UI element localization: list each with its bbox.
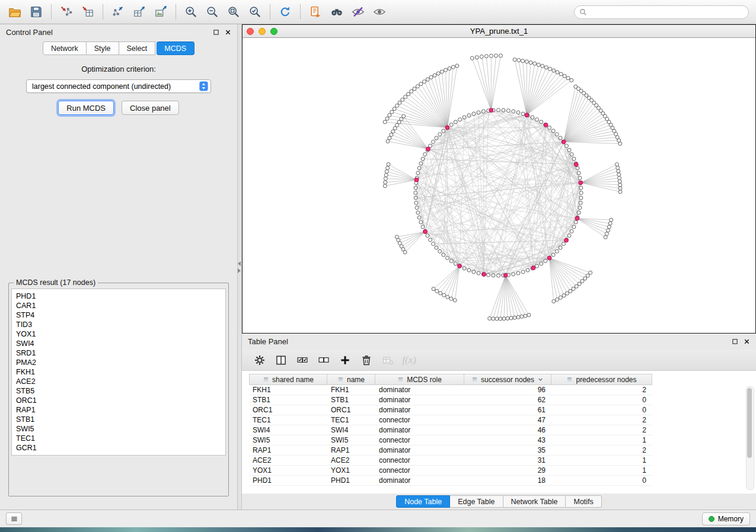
mcds-node: PHD1 [445,126,449,130]
mcds-result-item[interactable]: TEC1 [16,434,221,443]
mcds-result-item[interactable]: SWI4 [16,339,221,348]
memory-status-icon [709,516,714,522]
mcds-result-item[interactable]: GCR1 [16,443,221,453]
tab-mcds[interactable]: MCDS [157,41,194,55]
menu-button[interactable] [6,512,22,525]
mcds-result-item[interactable]: STP4 [16,310,221,320]
share-document-button[interactable] [305,2,326,21]
mcds-result-item[interactable]: SRD1 [16,348,221,358]
mcds-result-item[interactable]: TID3 [16,320,221,329]
table-row[interactable]: PHD1PHD1dominator180 [249,476,652,486]
cell-predecessor-nodes: 1 [551,466,652,475]
window-maximize-button[interactable] [270,28,277,35]
table-row[interactable]: FKH1FKH1dominator962 [249,385,652,395]
tab-edge-table[interactable]: Edge Table [450,495,503,508]
deselect-button[interactable] [315,352,332,368]
close-table-panel-button[interactable] [744,338,750,345]
zoom-fit-button[interactable] [224,2,244,21]
zoom-fit-icon [227,5,240,18]
binoculars-button[interactable] [327,2,347,21]
tab-motifs[interactable]: Motifs [566,495,601,508]
float-panel-button[interactable] [213,29,219,36]
column-header-shared-name[interactable]: shared name [249,374,327,385]
search-input[interactable] [590,7,744,17]
panel-splitter[interactable] [237,24,242,509]
mcds-tab-content: Optimization criterion: largest connecte… [0,55,237,509]
mcds-result-item[interactable]: SWI5 [16,424,221,434]
mcds-result-box: MCDS result (17 nodes) PHD1CAR1STP4TID3Y… [8,278,229,496]
tab-network[interactable]: Network [43,41,87,55]
table-row[interactable]: SWI4SWI4dominator462 [249,425,652,435]
tab-network-table[interactable]: Network Table [503,495,566,508]
table-row[interactable]: YOX1YOX1connector291 [249,466,652,476]
tab-style[interactable]: Style [87,41,119,55]
import-table-button[interactable] [78,2,98,21]
open-folder-icon [8,5,21,18]
table-scrollbar[interactable] [746,386,754,490]
sort-icon [566,376,573,383]
table-row[interactable]: RAP1RAP1dominator352 [249,446,652,456]
mcds-result-item[interactable]: STB1 [16,415,221,424]
export-network-button[interactable] [108,2,128,21]
tab-select[interactable]: Select [119,41,156,55]
column-label: name [347,376,365,384]
tab-node-table[interactable]: Node Table [396,495,450,508]
menu-icon [10,515,18,523]
table-row[interactable]: SWI5SWI5connector431 [249,435,652,446]
eye-button[interactable] [369,2,390,21]
close-panel-button[interactable] [225,29,231,36]
run-mcds-button[interactable]: Run MCDS [58,101,114,115]
mcds-result-item[interactable]: RAP1 [16,405,221,415]
mcds-result-item[interactable]: ACE2 [16,377,221,386]
table-scrollbar-thumb[interactable] [747,388,752,458]
import-network-button[interactable] [56,2,76,21]
table-row[interactable]: TEC1TEC1connector472 [249,415,652,425]
binoculars-icon [330,5,343,18]
mcds-result-item[interactable]: YOX1 [16,329,221,339]
window-close-button[interactable] [247,28,254,35]
save-button[interactable] [26,2,46,21]
mcds-result-list[interactable]: PHD1CAR1STP4TID3YOX1SWI4SRD1PMA2FKH1ACE2… [11,289,226,456]
add-button[interactable] [337,352,353,368]
zoom-out-button[interactable] [202,2,222,21]
network-canvas[interactable]: PHD1CAR1STP4TID3YOX1SWI4SRD1PMA2FKH1ACE2… [243,38,755,333]
column-header-name[interactable]: name [327,374,375,385]
mcds-result-item[interactable]: CAR1 [16,301,221,310]
mcds-result-item[interactable]: PHD1 [16,291,221,301]
trash-button[interactable] [358,352,375,368]
export-image-button[interactable] [151,2,171,21]
close-icon [744,338,750,345]
window-minimize-button[interactable] [259,28,266,35]
close-panel-action-button[interactable]: Close panel [122,101,179,115]
optimization-select[interactable]: largest connected component (undirected) [26,79,211,93]
float-table-panel-button[interactable] [732,338,738,345]
open-folder-button[interactable] [5,2,25,21]
columns-button[interactable] [273,352,289,368]
table-row[interactable]: ACE2ACE2connector311 [249,456,652,466]
select-all-button[interactable] [294,352,311,368]
cell-predecessor-nodes: 1 [551,436,652,444]
mcds-result-item[interactable]: PMA2 [16,358,221,367]
zoom-in-button[interactable] [181,2,201,21]
table-row[interactable]: STB1STB1dominator620 [249,395,652,405]
table-row[interactable]: ORC1ORC1dominator610 [249,405,652,415]
cell-predecessor-nodes: 2 [551,426,652,434]
mcds-result-item[interactable]: STB5 [16,386,221,396]
cell-successor-nodes: 35 [464,446,551,454]
mcds-result-item[interactable]: FKH1 [16,367,221,377]
zoom-selected-button[interactable] [245,2,265,21]
desktop-wallpaper-strip [0,527,756,532]
column-header-mcds-role[interactable]: MCDS role [375,374,464,385]
hide-details-button[interactable] [348,2,368,21]
export-table-button[interactable] [129,2,149,21]
column-header-predecessor-nodes[interactable]: predecessor nodes [551,374,652,385]
refresh-button[interactable] [275,2,295,21]
memory-button[interactable]: Memory [702,512,750,525]
gear-button[interactable] [251,352,268,368]
cell-shared-name: YOX1 [249,466,327,475]
mcds-result-item[interactable]: ORC1 [16,396,221,405]
cell-shared-name: SWI4 [249,426,327,434]
column-header-successor-nodes[interactable]: successor nodes [464,374,551,385]
table-x-button [379,352,396,368]
network-titlebar: YPA_prune.txt_1 [243,25,755,38]
